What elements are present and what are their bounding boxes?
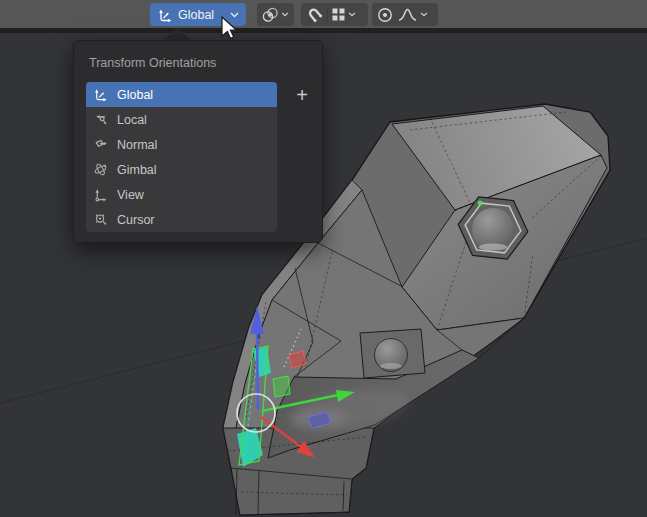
dome-button xyxy=(360,329,425,378)
orientation-option-label: Normal xyxy=(117,138,157,152)
snap-toggle-button[interactable] xyxy=(305,5,324,24)
orientation-dropdown-value: Global xyxy=(178,8,225,22)
transform-orientations-popover: Transform Orientations Global xyxy=(73,40,323,243)
chevron-down-icon xyxy=(348,12,356,17)
chevron-down-icon xyxy=(420,12,428,17)
proportional-editing-toggle[interactable] xyxy=(376,6,394,24)
orientation-option-gimbal[interactable]: Gimbal xyxy=(86,157,277,182)
orientation-normal-icon xyxy=(93,137,108,152)
selected-vertex-dot xyxy=(478,201,483,206)
orientation-option-cursor[interactable]: Cursor xyxy=(86,207,277,232)
orientation-global-icon xyxy=(157,7,173,23)
orientation-option-label: Cursor xyxy=(117,213,155,227)
snap-settings-dropdown[interactable] xyxy=(331,7,356,22)
magnet-icon xyxy=(305,5,324,24)
transform-orientation-dropdown[interactable]: Global xyxy=(150,3,246,26)
falloff-curve-icon xyxy=(397,6,418,23)
toolbar-bottom-strip xyxy=(0,28,647,33)
orientation-option-label: Global xyxy=(117,88,153,102)
orientation-option-local[interactable]: Local xyxy=(86,107,277,132)
pivot-point-group xyxy=(257,3,294,26)
gizmo-plane-handle-y[interactable] xyxy=(273,376,290,397)
popover-title: Transform Orientations xyxy=(89,56,216,70)
add-orientation-button[interactable]: + xyxy=(289,83,315,107)
pivot-point-dropdown[interactable] xyxy=(261,6,289,24)
proportional-editing-group xyxy=(372,3,438,26)
orientation-gimbal-icon xyxy=(93,162,108,177)
orientation-option-view[interactable]: View xyxy=(86,182,277,207)
popover-notch xyxy=(163,28,191,40)
proportional-editing-icon xyxy=(376,6,394,24)
group-divider xyxy=(327,7,328,22)
gizmo-z-axis[interactable] xyxy=(257,334,258,410)
orientation-list: Global Local xyxy=(86,82,277,232)
pivot-point-icon xyxy=(261,6,279,24)
orientation-option-label: Local xyxy=(117,113,147,127)
orientation-global-icon xyxy=(93,87,108,102)
chevron-down-icon xyxy=(281,12,289,17)
orientation-local-icon xyxy=(93,112,108,127)
chevron-down-icon xyxy=(230,12,239,18)
orientation-option-normal[interactable]: Normal xyxy=(86,132,277,157)
orientation-option-label: Gimbal xyxy=(117,163,157,177)
snap-group xyxy=(301,3,368,26)
snap-elements-icon xyxy=(331,7,346,22)
proportional-falloff-dropdown[interactable] xyxy=(397,6,428,23)
orientation-option-label: View xyxy=(117,188,144,202)
orientation-view-icon xyxy=(93,187,108,202)
orientation-option-global[interactable]: Global xyxy=(86,82,277,107)
blender-viewport-app: Global xyxy=(0,0,647,517)
orientation-cursor-icon xyxy=(93,212,108,227)
